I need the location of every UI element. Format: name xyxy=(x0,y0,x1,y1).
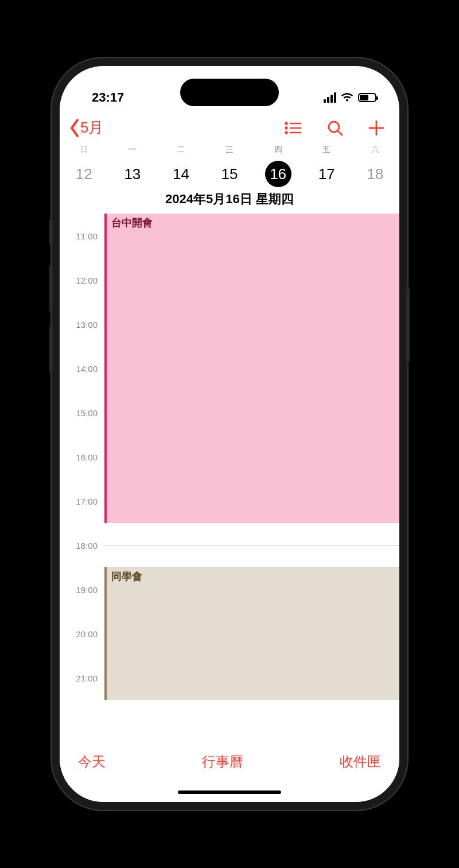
wifi-icon xyxy=(341,93,353,102)
day-number: 17 xyxy=(313,161,340,187)
hour-label: 12:00 xyxy=(60,276,103,285)
day-number: 16 xyxy=(265,161,291,187)
volume-down-button xyxy=(49,326,53,374)
weekday-label: 二 xyxy=(157,145,205,155)
weekday-label: 五 xyxy=(302,145,351,155)
chevron-left-icon xyxy=(69,118,80,138)
home-indicator[interactable] xyxy=(178,790,281,794)
hour-label: 19:00 xyxy=(60,585,103,595)
dynamic-island xyxy=(180,79,279,106)
day-number: 13 xyxy=(119,161,146,187)
back-button[interactable]: 5月 xyxy=(69,118,103,138)
hour-label: 16:00 xyxy=(60,452,103,462)
weekday-label: 六 xyxy=(351,145,399,155)
day-number: 18 xyxy=(362,161,388,187)
day-timeline[interactable]: 11:0012:0013:0014:0015:0016:0017:0018:00… xyxy=(60,214,399,716)
day-column[interactable]: 一13 xyxy=(108,145,157,187)
list-view-button[interactable] xyxy=(285,121,302,135)
hour-label: 13:00 xyxy=(60,320,103,330)
volume-up-button xyxy=(49,265,53,313)
phone-frame: 23:17 5月 xyxy=(52,58,407,810)
day-column[interactable]: 四16 xyxy=(254,145,302,187)
calendar-event[interactable]: 台中開會 xyxy=(104,214,399,523)
day-column[interactable]: 日12 xyxy=(60,145,108,187)
today-button[interactable]: 今天 xyxy=(78,753,106,771)
calendars-button[interactable]: 行事曆 xyxy=(202,753,243,771)
day-number: 14 xyxy=(168,161,194,187)
svg-point-2 xyxy=(286,127,287,129)
hour-line xyxy=(103,545,399,546)
add-event-button[interactable] xyxy=(368,120,384,136)
weekday-label: 一 xyxy=(108,145,157,155)
svg-point-4 xyxy=(286,131,287,133)
full-date: 2024年5月16日 星期四 xyxy=(60,187,399,214)
weekday-label: 日 xyxy=(60,145,108,155)
svg-line-7 xyxy=(338,131,342,135)
hour-label: 17:00 xyxy=(60,497,103,506)
mute-switch xyxy=(49,219,53,244)
status-indicators xyxy=(324,92,376,103)
day-column[interactable]: 六18 xyxy=(351,145,399,187)
status-time: 23:17 xyxy=(92,90,124,105)
hour-label: 14:00 xyxy=(60,364,103,374)
hour-label: 21:00 xyxy=(60,673,103,683)
power-button xyxy=(406,288,410,362)
hour-row: 18:00 xyxy=(60,545,399,555)
nav-bar: 5月 xyxy=(60,112,399,141)
search-button[interactable] xyxy=(327,120,343,136)
back-label: 5月 xyxy=(80,118,103,138)
hour-label: 11:00 xyxy=(60,231,103,241)
svg-point-0 xyxy=(286,122,287,124)
cellular-icon xyxy=(324,92,336,103)
hour-label: 15:00 xyxy=(60,408,103,418)
day-column[interactable]: 五17 xyxy=(302,145,351,187)
week-header: 日12一13二14三15四16五17六18 xyxy=(60,141,399,187)
day-column[interactable]: 三15 xyxy=(205,145,254,187)
day-number: 12 xyxy=(71,161,97,187)
screen: 23:17 5月 xyxy=(60,66,399,802)
hour-label: 20:00 xyxy=(60,629,103,639)
weekday-label: 三 xyxy=(205,145,254,155)
inbox-button[interactable]: 收件匣 xyxy=(340,753,381,771)
hour-label: 18:00 xyxy=(60,541,103,551)
day-number: 15 xyxy=(216,161,243,187)
battery-icon xyxy=(358,93,376,102)
calendar-event[interactable]: 同學會 xyxy=(104,567,399,700)
day-column[interactable]: 二14 xyxy=(157,145,205,187)
weekday-label: 四 xyxy=(254,145,302,155)
